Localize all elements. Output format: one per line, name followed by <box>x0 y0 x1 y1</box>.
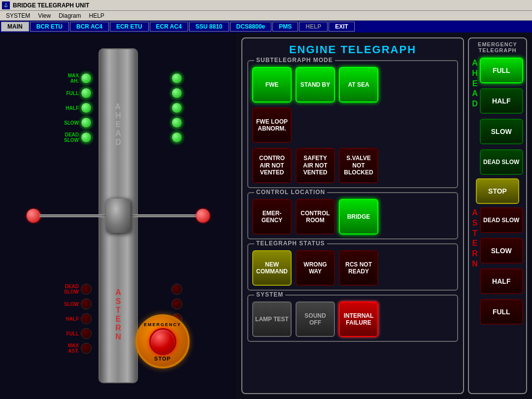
stop-red-button[interactable] <box>149 328 176 355</box>
led-dead-slow-ahead-left <box>81 132 92 143</box>
subtelegraph-section: SUBTELEGRAPH MODE FWE STAND BY AT SEA FW… <box>247 60 458 188</box>
subtelegraph-grid3: CONTRO AIR NOT VENTED SAFETY AIR NOT VEN… <box>252 146 453 183</box>
system-grid: LAMP TEST SOUND OFF INTERNAL FAILURE <box>252 299 453 337</box>
emerg-btn-half-astern[interactable]: HALF <box>480 268 523 294</box>
stop-bottom-text: STOP <box>154 356 171 362</box>
control-location-section: CONTROL LOCATION EMER- GENCY CONTROL ROO… <box>247 192 458 239</box>
btn-wrong-way[interactable]: WRONG WAY <box>296 250 335 286</box>
led-row-max-ah-left: MAXAH. <box>54 73 92 84</box>
emergency-telegraph-panel: EMERGENCYTELEGRAPH AHEAD FULL HALF SLOW … <box>468 37 527 394</box>
led-dead-slow-ahead-right <box>171 132 182 143</box>
connector-ball-left <box>27 209 40 223</box>
connector-ball-right <box>196 209 210 223</box>
emerg-btn-dead-slow-ahead[interactable]: DEAD SLOW <box>480 149 523 175</box>
emerg-btn-full-ahead[interactable]: FULL <box>480 58 523 83</box>
cylinder-handle[interactable] <box>106 199 131 233</box>
menu-system[interactable]: SYSTEM <box>2 12 34 19</box>
led-half-ahead-right <box>171 102 182 113</box>
system-section: SYSTEM LAMP TEST SOUND OFF INTERNAL FAIL… <box>247 295 458 342</box>
control-location-label: CONTROL LOCATION <box>254 189 327 196</box>
emerg-btn-full-astern[interactable]: FULL <box>480 299 523 325</box>
led-full-ahead-left <box>81 88 92 99</box>
btn-svalve[interactable]: S.VALVE NOT BLOCKED <box>339 148 378 183</box>
emergency-ahead-section: AHEAD FULL HALF SLOW DEAD SLOW <box>472 56 523 176</box>
telegraph-status-grid: NEW COMMAND WRONG WAY RCS NOT READY <box>252 248 453 286</box>
led-row-slow-astern-left: SLOW <box>54 299 92 309</box>
ahead-cylinder-label: A <box>115 102 122 111</box>
btn-new-command[interactable]: NEW COMMAND <box>252 250 292 286</box>
btn-internal-failure[interactable]: INTERNAL FAILURE <box>339 301 378 337</box>
app-icon: ⚓ <box>2 1 10 9</box>
btn-bridge[interactable]: BRIDGE <box>339 199 378 234</box>
led-max-ast-left <box>81 343 92 354</box>
btn-fwe-loop[interactable]: FWE LOOP ABNORM. <box>252 107 292 143</box>
led-row-half-ahead-right <box>171 102 182 113</box>
emergency-ahead-buttons: FULL HALF SLOW DEAD SLOW <box>480 56 523 176</box>
emergency-ahead-label: AHEAD <box>472 56 478 109</box>
panel-title: ENGINE TELEGRAPH <box>247 43 458 56</box>
emerg-btn-stop[interactable]: STOP <box>476 178 519 204</box>
tab-pms[interactable]: PMS <box>272 22 298 32</box>
led-row-full-ahead-left: FULL <box>54 88 92 99</box>
tab-exit[interactable]: EXIT <box>329 22 355 32</box>
emerg-btn-dead-slow-astern[interactable]: DEAD SLOW <box>480 207 523 233</box>
btn-safety-air[interactable]: SAFETY AIR NOT VENTED <box>296 148 335 183</box>
btn-emergency[interactable]: EMER- GENCY <box>252 199 292 234</box>
led-row-dead-slow-ahead-right <box>171 132 182 143</box>
led-slow-astern-left <box>81 299 92 309</box>
menu-help[interactable]: HELP <box>85 12 108 19</box>
btn-control-room[interactable]: CONTROL ROOM <box>296 199 335 234</box>
ahead-h: H <box>115 111 121 120</box>
stop-top-text: EMERGENCY <box>144 322 181 327</box>
tab-bcr-ac4[interactable]: BCR AC4 <box>70 22 109 32</box>
led-row-dead-slow-astern-right <box>171 284 182 295</box>
emerg-btn-half-ahead[interactable]: HALF <box>480 88 523 114</box>
btn-at-sea[interactable]: AT SEA <box>339 67 378 102</box>
tab-ssu[interactable]: SSU 8810 <box>189 22 229 32</box>
emerg-btn-slow-ahead[interactable]: SLOW <box>480 119 523 144</box>
system-label: SYSTEM <box>254 291 285 298</box>
led-row-half-astern-left: HALF <box>54 313 92 324</box>
btn-lamp-test[interactable]: LAMP TEST <box>252 301 292 337</box>
telegraph-main-panel: ENGINE TELEGRAPH SUBTELEGRAPH MODE FWE S… <box>241 37 464 394</box>
led-max-ah-left <box>81 73 92 84</box>
emergency-panel-title: EMERGENCYTELEGRAPH <box>478 41 517 53</box>
led-row-max-ah-right <box>171 73 182 84</box>
tab-ecr-etu[interactable]: ECR ETU <box>110 22 149 32</box>
tab-help[interactable]: HELP <box>299 22 328 32</box>
led-max-ah-right <box>171 73 182 84</box>
btn-sound-off[interactable]: SOUND OFF <box>296 301 335 337</box>
btn-fwe[interactable]: FWE <box>252 67 292 102</box>
led-dead-slow-astern-right <box>171 284 182 295</box>
subtelegraph-label: SUBTELEGRAPH MODE <box>254 57 335 64</box>
telegraph-status-section: TELEGRAPH STATUS NEW COMMAND WRONG WAY R… <box>247 243 458 291</box>
led-slow-ahead-right <box>171 117 182 128</box>
main-content: A H E A D A S T E R N MAXAH. <box>0 33 532 399</box>
tab-main[interactable]: MAIN <box>1 22 29 32</box>
btn-rcs-not-ready[interactable]: RCS NOT READY <box>339 250 378 286</box>
tab-dcs[interactable]: DCS8800e <box>230 22 272 32</box>
title-text: BRIDGE TELEGRAPH UNIT <box>13 2 89 9</box>
led-row-dead-slow-astern-left: DEADSLOW <box>54 284 92 295</box>
menu-view[interactable]: View <box>34 12 55 19</box>
led-dead-slow-astern-left <box>81 284 92 295</box>
subtelegraph-grid: FWE STAND BY AT SEA <box>252 65 453 102</box>
led-row-slow-ahead-right <box>171 117 182 128</box>
btn-contro-air[interactable]: CONTRO AIR NOT VENTED <box>252 148 292 183</box>
telegraph-status-label: TELEGRAPH STATUS <box>254 240 327 247</box>
led-full-ahead-right <box>171 88 182 99</box>
emergency-astern-section: ASTERN DEAD SLOW SLOW HALF FULL <box>472 206 523 326</box>
led-slow-ahead-left <box>81 117 92 128</box>
emergency-stop-button[interactable]: EMERGENCY STOP <box>135 314 190 368</box>
emerg-btn-slow-astern[interactable]: SLOW <box>480 238 523 264</box>
title-bar: ⚓ BRIDGE TELEGRAPH UNIT <box>0 0 532 11</box>
led-half-astern-left <box>81 313 92 324</box>
menu-diagram[interactable]: Diagram <box>55 12 85 19</box>
tab-bcr-etu[interactable]: BCR ETU <box>30 22 69 32</box>
emergency-astern-label: ASTERN <box>472 206 478 269</box>
tab-ecr-ac4[interactable]: ECR AC4 <box>150 22 188 32</box>
center-connector <box>27 209 210 223</box>
left-panel: A H E A D A S T E R N MAXAH. <box>0 33 236 399</box>
led-row-slow-ahead-left: SLOW <box>54 117 92 128</box>
btn-standby[interactable]: STAND BY <box>296 67 335 102</box>
